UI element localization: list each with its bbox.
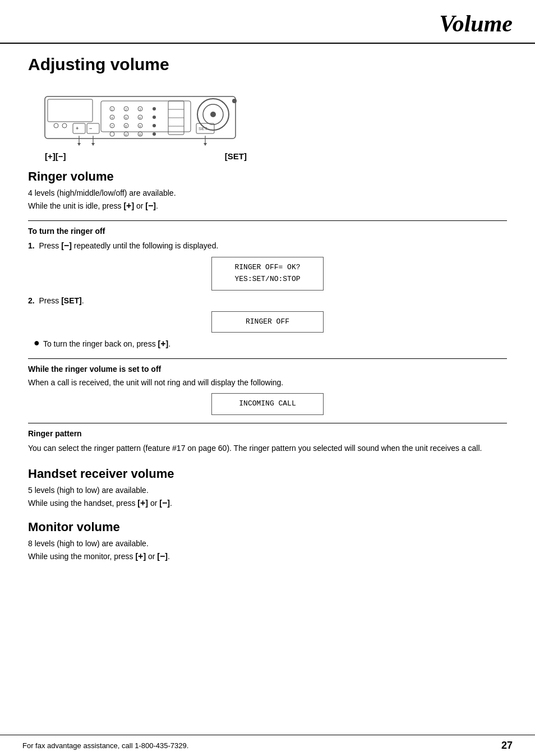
svg-point-31 bbox=[153, 132, 156, 136]
svg-marker-51 bbox=[204, 143, 207, 146]
svg-rect-1 bbox=[48, 99, 93, 122]
ringer-set-off-desc: When a call is received, the unit will n… bbox=[28, 377, 507, 389]
divider-2 bbox=[28, 358, 507, 359]
display-box-3-wrapper: INCOMING CALL bbox=[28, 393, 507, 415]
device-illustration: 1 2 3 4 5 6 7 8 9 0 B bbox=[39, 85, 252, 158]
set-label: [SET] bbox=[225, 151, 247, 161]
display-box-1: RINGER OFF= OK? YES:SET/NO:STOP bbox=[211, 257, 324, 291]
display-box-2: RINGER OFF bbox=[211, 311, 324, 333]
footer-text: For fax advantage assistance, call 1-800… bbox=[22, 741, 188, 750]
bullet-dot: ● bbox=[34, 337, 40, 349]
svg-point-11 bbox=[153, 107, 156, 110]
svg-point-2 bbox=[54, 123, 58, 128]
page-footer: For fax advantage assistance, call 1-800… bbox=[0, 735, 535, 756]
monitor-volume-title: Monitor volume bbox=[28, 520, 507, 534]
svg-point-39 bbox=[232, 99, 237, 103]
svg-point-26 bbox=[110, 132, 114, 136]
divider-1 bbox=[28, 220, 507, 221]
svg-point-3 bbox=[62, 123, 67, 128]
svg-text:B: B bbox=[139, 133, 141, 136]
svg-marker-47 bbox=[77, 143, 81, 146]
divider-3 bbox=[28, 423, 507, 423]
ringer-pattern-desc: You can select the ringer pattern (featu… bbox=[28, 442, 507, 454]
page-header: Volume bbox=[0, 0, 535, 44]
svg-text:+: + bbox=[76, 126, 79, 131]
svg-text:8: 8 bbox=[125, 125, 127, 128]
svg-text:5: 5 bbox=[125, 116, 127, 119]
svg-text:7: 7 bbox=[111, 125, 113, 128]
monitor-volume-desc: 8 levels (high to low) are available. Wh… bbox=[28, 538, 507, 563]
svg-text:0: 0 bbox=[125, 133, 127, 136]
ringer-volume-title: Ringer volume bbox=[28, 169, 507, 184]
main-content: Adjusting volume 1 2 3 4 5 bbox=[0, 44, 535, 612]
svg-point-18 bbox=[153, 116, 156, 119]
svg-text:9: 9 bbox=[139, 125, 141, 128]
display-box-1-wrapper: RINGER OFF= OK? YES:SET/NO:STOP bbox=[28, 257, 507, 291]
display-box-incoming-call: INCOMING CALL bbox=[211, 393, 324, 415]
main-section-title: Adjusting volume bbox=[28, 55, 507, 74]
device-svg: 1 2 3 4 5 6 7 8 9 0 B bbox=[39, 85, 252, 147]
plus-minus-label: [+][−] bbox=[45, 151, 66, 161]
svg-text:4: 4 bbox=[111, 116, 113, 119]
footer-page-number: 27 bbox=[501, 740, 513, 752]
svg-text:2: 2 bbox=[125, 108, 127, 111]
step-1: 1. Press [−] repeatedly until the follow… bbox=[28, 239, 507, 252]
bullet-ringer-on: ● To turn the ringer back on, press [+]. bbox=[34, 337, 507, 351]
svg-text:1: 1 bbox=[111, 108, 113, 111]
svg-text:SET: SET bbox=[199, 126, 207, 131]
step-2: 2. Press [SET]. bbox=[28, 295, 507, 307]
svg-point-25 bbox=[153, 124, 156, 127]
page-title: Volume bbox=[439, 11, 513, 36]
ringer-set-off-subtitle: While the ringer volume is set to off bbox=[28, 365, 507, 374]
svg-text:−: − bbox=[89, 126, 92, 131]
ringer-volume-desc: 4 levels (high/middle/low/off) are avail… bbox=[28, 187, 507, 213]
handset-volume-desc: 5 levels (high to low) are available. Wh… bbox=[28, 485, 507, 510]
ringer-off-subtitle: To turn the ringer off bbox=[28, 227, 507, 236]
display-box-2-wrapper: RINGER OFF bbox=[28, 311, 507, 333]
svg-text:6: 6 bbox=[139, 116, 141, 119]
handset-volume-title: Handset receiver volume bbox=[28, 467, 507, 481]
svg-rect-40 bbox=[73, 123, 85, 133]
svg-marker-49 bbox=[91, 143, 95, 146]
svg-text:3: 3 bbox=[139, 108, 141, 111]
ringer-pattern-title: Ringer pattern bbox=[28, 429, 507, 438]
device-labels: [+][−] [SET] bbox=[39, 149, 252, 161]
svg-point-38 bbox=[210, 112, 216, 117]
